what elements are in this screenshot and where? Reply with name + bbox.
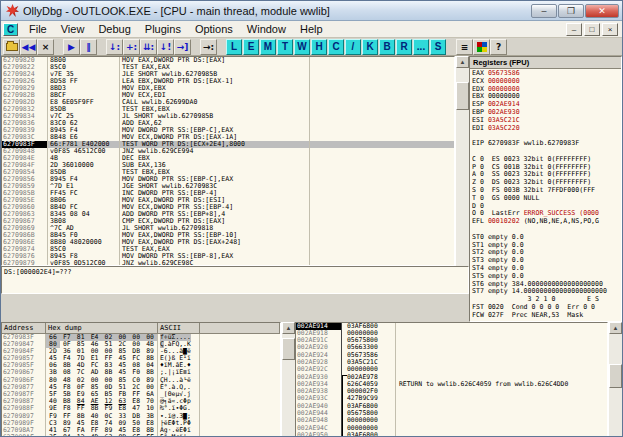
flag-c[interactable]: C 0 ES 0023 32bit 0(FFFFFFFF) [472,156,619,164]
disasm-row[interactable]: 6270982285C0TEST EAX,EAX [2,64,454,71]
help-button[interactable]: ? [490,39,507,55]
register-eax[interactable]: EAX 05673586 [472,70,619,78]
register-fcw[interactable]: FCW 027F Prec NEAR,53 Mask [472,312,619,320]
menu-item-plugins[interactable]: Plugins [138,22,188,36]
disasm-row[interactable]: 627098568945 F4MOV DWORD PTR SS:[EBP-C],… [2,176,454,183]
disasm-row[interactable]: 6270983683C0 62ADD EAX,62 [2,120,454,127]
stack-row[interactable]: 002AE91403AF6800 [296,323,607,330]
stack-scrollbar[interactable]: ▲ ▼ [608,322,622,437]
register-ebx[interactable]: EBX 00000000 [472,93,619,101]
child-minimize-button[interactable]: – [566,23,582,36]
animate-over-button[interactable]: ↓! [157,39,174,55]
register-ecx[interactable]: ECX 00000000 [472,78,619,86]
dump-row[interactable]: 62709897F9FF8B400C33DB3B∙.ï@.3█; [2,413,280,420]
dump-row[interactable]: 6270988F9EF8FF8BF9E84710₧°.ï∙ΦG. [2,405,280,412]
dump-row[interactable]: 6270985745F47DE1FF45FC8BE(}ß E¹ï [2,355,280,362]
dump-row[interactable]: 6270986F804802000085C089ÇH...à└ë [2,377,280,384]
child-close-button[interactable]: × [602,23,618,36]
disasm-row[interactable]: 6270984F2D 36010000SUB EAX,136 [2,162,454,169]
disasm-row[interactable]: 627098208B00MOV EAX,DWORD PTR DS:[EAX] [2,57,454,64]
register-st0[interactable]: ST0 empty 0.0 [472,234,619,242]
stack-row[interactable]: 002AE94003AF6800 [296,403,607,410]
stack-row[interactable]: 002AE938000002F0 [296,388,607,395]
scroll-up-arrow[interactable]: ▲ [609,322,622,334]
disasm-row[interactable]: 6270987485C0TEST EAX,EAX [2,246,454,253]
register-fst[interactable]: FST 0020 Cond 0 0 0 0 Err 0 0 [472,304,619,312]
menu-item-debug[interactable]: Debug [91,22,137,36]
dump-row[interactable]: 627098A74167FAFF8945E88BAg·.ëEΦï [2,427,280,434]
dump-row[interactable]: 62709847800F8546512C004BÇ.àFQ,.K [2,341,280,348]
open-window-button-m[interactable]: M [260,39,276,55]
register-st2[interactable]: ST2 empty 0.0 [472,249,619,257]
register-spacer[interactable] [472,226,619,234]
open-file-button[interactable] [3,39,20,55]
dump-row[interactable]: 6270987F5F5BE965B5FBFF6A_[Θeµ√.j [2,391,280,398]
restore-button[interactable]: ❐ [558,4,584,18]
register-st5[interactable]: ST5 empty 0.0 [472,273,619,281]
cpu-window-icon[interactable]: C [3,23,18,36]
dump-row[interactable]: 6270989FC38945E8740950E8├ëEΦt.PΦ [2,420,280,427]
register-st3[interactable]: ST3 empty 0.0 [472,257,619,265]
register-edi[interactable]: EDI 03A5C220 [472,125,619,133]
menu-item-help[interactable]: Help [293,22,330,36]
register-esp[interactable]: ESP 002AE914 [472,101,619,109]
disasm-row[interactable]: 627098298BD3MOV EDX,EBX [2,85,454,92]
windows-list-button[interactable]: ≡ [456,39,473,55]
scroll-thumb[interactable] [282,338,295,360]
stack-row[interactable]: 002AE930002AE978 [296,374,607,381]
register-st4[interactable]: ST4 empty 0.0 [472,265,619,273]
register-st6[interactable]: ST6 empty 384.0000000000000000000 [472,281,619,289]
flag-t[interactable]: T 0 GS 0000 NULL [472,195,619,203]
dump-row[interactable]: 6270984F2D3601000085DB89-6...à█ë [2,348,280,355]
disasm-row[interactable]: 6270985BFF45 FCINC DWORD PTR SS:[EBP-4] [2,190,454,197]
open-window-button-b[interactable]: B [379,39,395,55]
close-button[interactable]: ✕ [585,4,619,18]
close-process-button[interactable]: × [37,39,54,55]
stack-row[interactable]: 002AE934626C4059RETURN to wwlib.626C4059… [296,381,607,388]
stack-row[interactable]: 002AE95003AF6800 [296,432,607,437]
dump-row[interactable]: 6270983F66F781E402000000f÷üΣ.... [2,334,280,341]
disasm-row[interactable]: 6270982B8BCFMOV ECX,EDI [2,92,454,99]
stack-row[interactable]: 002AE94C00000000 [296,425,607,432]
register-st1[interactable]: ST1 empty 0.0 [472,242,619,250]
dump-row[interactable]: 6270985F068B4DFC83450804♦ïM.âE.♦ [2,362,280,369]
open-window-button-r[interactable]: R [396,39,412,55]
stack-row[interactable]: 002AE92005663300 [296,344,607,351]
stack-row[interactable]: 002AE92405673586 [296,352,607,359]
open-window-button-e[interactable]: E [243,39,259,55]
disasm-row[interactable]: 627098268D58 FFLEA EBX,DWORD PTR DS:[EAX… [2,78,454,85]
open-window-button-...[interactable]: ... [413,39,429,55]
stack-row[interactable]: 002AE92C00000000 [296,366,607,373]
go-to-address-button[interactable]: →: [200,39,217,55]
disasm-row[interactable]: 6270986B8B45 F0MOV EAX,DWORD PTR SS:[EBP… [2,232,454,239]
flag-z[interactable]: Z 0 DS 0023 32bit 0(FFFFFFFF) [472,179,619,187]
open-window-button-c[interactable]: C [328,39,344,55]
stack-row[interactable]: 002AE92803A5C21C [296,359,607,366]
stack-row[interactable]: 002AE94405675800 [296,410,607,417]
disassembly-scrollbar[interactable]: ▲ [455,56,469,266]
run-button[interactable]: ▶ [63,39,80,55]
pause-button[interactable]: ‖ [80,39,97,55]
scroll-thumb[interactable] [456,82,469,110]
flag-s[interactable]: S 0 FS 003B 32bit 7FFDF000(FFF [472,187,619,195]
open-window-button-w[interactable]: W [294,39,310,55]
disasm-row[interactable]: 62709848v0F85 46512C00JNZ wwlib.629CE994 [2,148,454,155]
restart-button[interactable]: ◀◀ [20,39,37,55]
stack-row[interactable]: 002AE93C427B9C99 [296,395,607,402]
animate-into-button[interactable]: ⇊: [140,39,157,55]
open-window-button-slash[interactable]: / [345,39,361,55]
disasm-row[interactable]: 627098768945 F8MOV DWORD PTR SS:[EBP-8],… [2,253,454,260]
scroll-up-arrow[interactable]: ▲ [456,56,469,68]
register-st7[interactable]: ST7 empty 14.000000000000000000000 [472,288,619,296]
disasm-row[interactable]: 627098638345 08 04ADD DWORD PTR SS:[EBP+… [2,211,454,218]
register-spacer[interactable] [472,132,619,140]
fpu-bits-header[interactable]: 3 2 1 0 E S [472,296,619,304]
disasm-row[interactable]: 62709824v7E 35JLE SHORT wwlib.6270985B [2,71,454,78]
dump-row[interactable]: 6270988740B884AE1263E870@╕ä«.cΦp [2,398,280,405]
menu-item-view[interactable]: View [54,22,92,36]
step-over-button[interactable]: +: [123,39,140,55]
disasm-row[interactable]: 6270982DE8 6E05F9FFCALL wwlib.62699DA0 [2,99,454,106]
disasm-row[interactable]: 6270983F66:F781 E402000TEST WORD PTR DS:… [2,141,454,148]
execute-till-return-button[interactable]: →] [174,39,191,55]
disasm-row[interactable]: 6270985E8B06MOV EAX,DWORD PTR DS:[ESI] [2,197,454,204]
